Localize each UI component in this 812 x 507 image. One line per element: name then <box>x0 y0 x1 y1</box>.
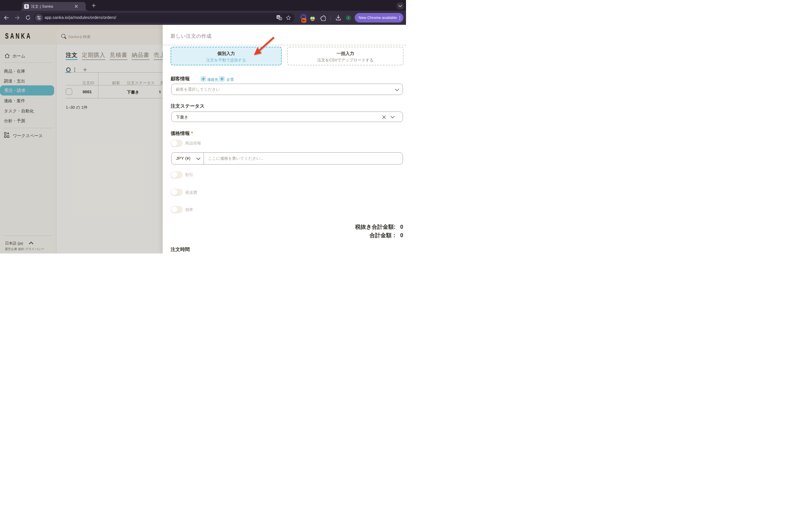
svg-text:9+: 9+ <box>302 19 306 22</box>
svg-text:G: G <box>277 15 280 18</box>
svg-text:文: 文 <box>280 17 282 20</box>
